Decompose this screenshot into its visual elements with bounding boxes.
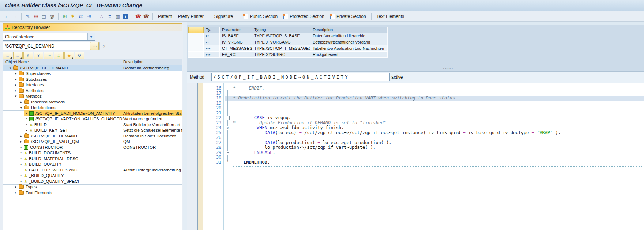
- panel-splitter[interactable]: [183, 22, 187, 230]
- favorites-icon[interactable]: ★: [64, 52, 74, 59]
- test-icon[interactable]: ✶: [69, 13, 76, 20]
- tree-item[interactable]: ·▲CALL_FUP_WITH_SYNCAufruf Hintergrundve…: [3, 167, 182, 173]
- tree-item[interactable]: ·▲BUILD_DOCUMENTS: [3, 150, 182, 156]
- debug-session-icon[interactable]: ☎: [143, 13, 150, 20]
- navigate-forward-icon[interactable]: →: [13, 52, 23, 59]
- tree-item[interactable]: ▸Subclasses: [3, 76, 182, 82]
- code-line[interactable]: 26: [198, 135, 644, 140]
- block-end-icon[interactable]: └: [226, 161, 230, 165]
- code-line[interactable]: 27 DATA(lo_production) = lo_ecc->get_pro…: [198, 140, 644, 146]
- info-icon[interactable]: i: [123, 14, 128, 19]
- tree-item[interactable]: ·▲BUILD_QUALITY: [3, 162, 182, 167]
- back-icon[interactable]: ←: [3, 13, 11, 20]
- object-list-icon[interactable]: ∴: [98, 13, 105, 20]
- code-line[interactable]: 25 DATA(lo_ecc) = /sct/zqp_cl_ecc=>/sct/…: [198, 131, 644, 136]
- expand-arrow-icon[interactable]: ▸: [14, 185, 18, 189]
- pattern-button[interactable]: Pattern: [155, 13, 175, 20]
- execute-icon[interactable]: ⇄: [77, 13, 84, 20]
- tree-item[interactable]: ·/SCT/QP_IF_VART~ON_VALUES_CHANGEDWert w…: [3, 116, 182, 122]
- collapse-arrow-icon[interactable]: ▾: [19, 106, 23, 109]
- importing-parameter-icon[interactable]: ▸▫: [204, 33, 220, 39]
- column-header-description[interactable]: Description: [123, 60, 143, 64]
- text-elements-button[interactable]: Text Elements: [374, 13, 407, 20]
- column-header-object-name[interactable]: Object Name: [5, 60, 29, 64]
- tree-item[interactable]: ▸Interfaces: [3, 82, 182, 88]
- expand-arrow-icon[interactable]: ▸: [19, 100, 23, 104]
- switch-users-icon[interactable]: ◉◉: [32, 13, 39, 20]
- signature-button[interactable]: Signature: [211, 13, 236, 20]
- row-selector-cell[interactable]: [188, 52, 204, 58]
- create-icon[interactable]: ⊞: [61, 13, 68, 20]
- code-line[interactable]: 18* Redefinition to call the Builder for…: [198, 96, 644, 101]
- expand-arrow-icon[interactable]: ▸: [14, 72, 18, 75]
- row-selector-cell[interactable]: [188, 45, 204, 52]
- expand-arrow-icon[interactable]: ▸: [19, 134, 23, 138]
- code-line[interactable]: 23* Update Production if DEMAND is set t…: [198, 121, 644, 126]
- display-object-list-icon[interactable]: ∴: [54, 52, 64, 59]
- expand-arrow-icon[interactable]: ▸: [14, 89, 18, 93]
- forward-icon[interactable]: →: [11, 13, 19, 20]
- code-line[interactable]: 30: [198, 155, 644, 160]
- tree-item[interactable]: ▸Superclasses: [3, 71, 182, 77]
- tree-item[interactable]: ·/SCT/QP_IF_BADI_NODE~ON_ACTIVITYAktivit…: [3, 110, 182, 116]
- collapse-arrow-icon[interactable]: ▾: [14, 94, 18, 98]
- collapse-arrow-icon[interactable]: ▾: [8, 66, 12, 70]
- where-used-icon[interactable]: @: [48, 13, 56, 20]
- expand-arrow-icon[interactable]: ▸: [19, 140, 23, 143]
- navigate-back-icon[interactable]: ←: [3, 52, 12, 59]
- row-selector-cell[interactable]: [188, 33, 204, 39]
- tree-item[interactable]: ▸/SCT/ZQP_IF_DEMANDDemand in Sales Docum…: [3, 133, 182, 139]
- public-section-button[interactable]: Public Section: [241, 12, 280, 20]
- importing-parameter-icon[interactable]: ▸▫: [204, 39, 220, 45]
- expand-arrow-icon[interactable]: ▸: [14, 83, 18, 87]
- private-section-button[interactable]: Private Section: [327, 12, 369, 20]
- table-corner-header[interactable]: [188, 27, 204, 33]
- collapse-all-icon[interactable]: «: [23, 52, 33, 59]
- code-line[interactable]: 19: [198, 101, 644, 106]
- tree-item[interactable]: ▸/SCT/ZQP_IF_VART_QMQM: [3, 139, 182, 145]
- object-name-input[interactable]: [3, 42, 92, 50]
- expand-arrow-icon[interactable]: ▸: [14, 191, 18, 195]
- find-icon[interactable]: ○○: [44, 52, 53, 59]
- sort-levels-icon[interactable]: ≡: [106, 13, 113, 20]
- goto-icon[interactable]: ⇥: [85, 13, 93, 20]
- protected-section-button[interactable]: Protected Section: [280, 12, 327, 20]
- param-column-header[interactable]: Ty.: [204, 27, 220, 33]
- row-selector-cell[interactable]: [188, 39, 204, 45]
- code-line[interactable]: 29− ENDCASE.: [198, 150, 644, 155]
- copy-icon[interactable]: ▤: [40, 13, 48, 20]
- method-name-field[interactable]: [211, 73, 390, 81]
- code-line[interactable]: 17: [198, 91, 644, 96]
- tree-item[interactable]: ·▲_BUILD_QUALITY_SPECI: [3, 178, 182, 185]
- display-button[interactable]: ○○: [90, 42, 99, 50]
- tree-item[interactable]: ▾Methods: [3, 94, 182, 99]
- pretty-printer-button[interactable]: Pretty Printer: [175, 13, 207, 20]
- changing-parameter-icon[interactable]: ▸▫▸: [204, 45, 220, 52]
- code-line[interactable]: 28 lo_production->/sct/zqp_if_vart~updat…: [198, 145, 644, 150]
- tree-item[interactable]: ·▲BUILD_KEY_SETSetzt die Schluessel Elem…: [3, 128, 182, 134]
- code-editor[interactable]: 16−* ENDIF.1718* Redefinition to call th…: [197, 83, 644, 230]
- tree-item[interactable]: ▸Types: [3, 184, 182, 190]
- tree-item[interactable]: ·CONSTRUCTORCONSTRUCTOR: [3, 144, 182, 150]
- tree-item[interactable]: ·▲BUILD_MATERIAL_DESC: [3, 156, 182, 162]
- table-view-icon[interactable]: ▦: [114, 13, 121, 20]
- param-column-header[interactable]: Description: [310, 27, 388, 33]
- expand-arrow-icon[interactable]: ▸: [14, 78, 18, 81]
- code-line[interactable]: 22− CASE iv_vrgng.: [198, 116, 644, 121]
- returning-parameter-icon[interactable]: ▸▫▸: [204, 52, 220, 58]
- code-line[interactable]: 24◇ WHEN mcz->sd_fdm-activity-finish.: [198, 125, 644, 131]
- tree-item[interactable]: ▸Inherited Methods: [3, 99, 182, 105]
- code-line[interactable]: 31└ ENDMETHOD.: [198, 160, 644, 165]
- tree-item[interactable]: ·▲BUILDStart Builder je Vorschriften art: [3, 122, 182, 128]
- chevron-down-icon[interactable]: ▼: [87, 33, 95, 40]
- refresh-icon[interactable]: ↻: [75, 52, 84, 59]
- expand-all-icon[interactable]: «: [34, 52, 43, 59]
- code-line[interactable]: 20: [198, 106, 644, 111]
- fold-toggle-icon[interactable]: −: [226, 116, 230, 120]
- object-type-select[interactable]: Class/Interface ▼: [3, 33, 95, 41]
- code-line[interactable]: 16−* ENDIF.: [198, 86, 644, 91]
- tree-item[interactable]: ▾/SCT/ZQP_CL_DEMANDBedarf im Vertriebsbe…: [3, 65, 182, 71]
- session-overview-icon[interactable]: ☎: [135, 13, 142, 20]
- fold-toggle-icon[interactable]: −: [226, 86, 230, 90]
- code-line[interactable]: 21: [198, 111, 644, 116]
